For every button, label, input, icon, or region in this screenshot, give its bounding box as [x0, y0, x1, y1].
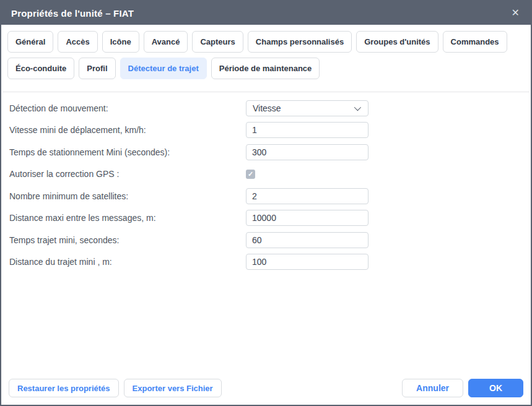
tab-detecteur-trajet[interactable]: Détecteur de trajet: [120, 58, 207, 79]
export-to-file-button[interactable]: Exporter vers Fichier: [124, 379, 222, 397]
min-parking-time-label: Temps de stationnement Mini (secondes):: [9, 147, 246, 157]
tab-champs-personnalises[interactable]: Champs personnalisés: [248, 31, 352, 53]
dialog-footer: Restaurer les propriétés Exporter vers F…: [1, 371, 531, 405]
tab-capteurs[interactable]: Capteurs: [192, 31, 243, 53]
tabs-divider: [2, 92, 530, 92]
tabs-container: GénéralAccèsIcôneAvancéCapteursChamps pe…: [1, 25, 531, 84]
min-moving-speed-control: [246, 122, 368, 138]
min-trip-time-input[interactable]: [246, 232, 368, 248]
tab-groupes-unites[interactable]: Groupes d'unités: [356, 31, 438, 53]
gps-correction-checkbox[interactable]: ✓: [246, 170, 255, 179]
close-icon[interactable]: ✕: [510, 6, 521, 20]
form-row: Vitesse mini de déplacement, km/h:: [9, 119, 523, 142]
min-moving-speed-input[interactable]: [246, 122, 368, 138]
min-trip-distance-input[interactable]: [246, 254, 368, 270]
gps-correction-label: Autoriser la correction GPS :: [9, 169, 246, 179]
min-trip-time-label: Temps trajet mini, secondes:: [9, 235, 246, 245]
max-distance-between-messages-input[interactable]: [246, 210, 368, 226]
form-row: Temps de stationnement Mini (secondes):: [9, 141, 523, 163]
movement-detection-select[interactable]: Vitesse: [246, 100, 368, 116]
form-row: Distance maxi entre les messages, m:: [9, 207, 523, 230]
tab-avance[interactable]: Avancé: [144, 31, 188, 53]
min-trip-distance-control: [246, 254, 368, 270]
min-trip-time-control: [246, 232, 368, 248]
tab-profil[interactable]: Profil: [79, 58, 115, 79]
restore-properties-button[interactable]: Restaurer les propriétés: [9, 379, 119, 397]
gps-correction-control: ✓: [246, 170, 368, 179]
chevron-down-icon: [354, 104, 361, 111]
tab-icone[interactable]: Icône: [102, 31, 139, 53]
check-icon: ✓: [248, 171, 253, 178]
max-distance-between-messages-label: Distance maxi entre les messages, m:: [9, 213, 246, 223]
tabs-row-1: GénéralAccèsIcôneAvancéCapteursChamps pe…: [7, 31, 525, 53]
max-distance-between-messages-control: [246, 210, 368, 226]
tab-commandes[interactable]: Commandes: [443, 31, 507, 53]
min-parking-time-input[interactable]: [246, 144, 368, 160]
min-moving-speed-label: Vitesse mini de déplacement, km/h:: [9, 125, 246, 135]
tab-general[interactable]: Général: [7, 31, 53, 53]
form-row: Nombre minimum de satellites:: [9, 185, 523, 207]
min-satellites-input[interactable]: [246, 188, 368, 204]
dialog-titlebar: Propriétés de l'unité – FIAT ✕: [1, 1, 531, 25]
movement-detection-control: Vitesse: [246, 100, 368, 116]
ok-button[interactable]: OK: [468, 379, 523, 397]
form-row: Détection de mouvement:Vitesse: [9, 97, 523, 119]
selected-value: Vitesse: [253, 103, 354, 113]
tab-periode-maintenance[interactable]: Période de maintenance: [211, 58, 320, 79]
tabs-row-2: Éco-conduiteProfilDétecteur de trajetPér…: [7, 58, 525, 79]
min-parking-time-control: [246, 144, 368, 160]
min-satellites-label: Nombre minimum de satellites:: [9, 191, 246, 201]
form-row: Autoriser la correction GPS :✓: [9, 163, 523, 186]
tab-acces[interactable]: Accès: [58, 31, 97, 53]
trip-detector-form: Détection de mouvement:VitesseVitesse mi…: [1, 97, 531, 273]
form-row: Temps trajet mini, secondes:: [9, 229, 523, 251]
unit-properties-dialog: Propriétés de l'unité – FIAT ✕ GénéralAc…: [0, 0, 532, 406]
min-trip-distance-label: Distance du trajet mini , m:: [9, 257, 246, 267]
movement-detection-label: Détection de mouvement:: [9, 103, 246, 113]
tab-eco-conduite[interactable]: Éco-conduite: [7, 58, 74, 79]
form-row: Distance du trajet mini , m:: [9, 251, 523, 274]
dialog-title: Propriétés de l'unité – FIAT: [11, 8, 134, 19]
min-satellites-control: [246, 188, 368, 204]
cancel-button[interactable]: Annuler: [402, 379, 463, 397]
